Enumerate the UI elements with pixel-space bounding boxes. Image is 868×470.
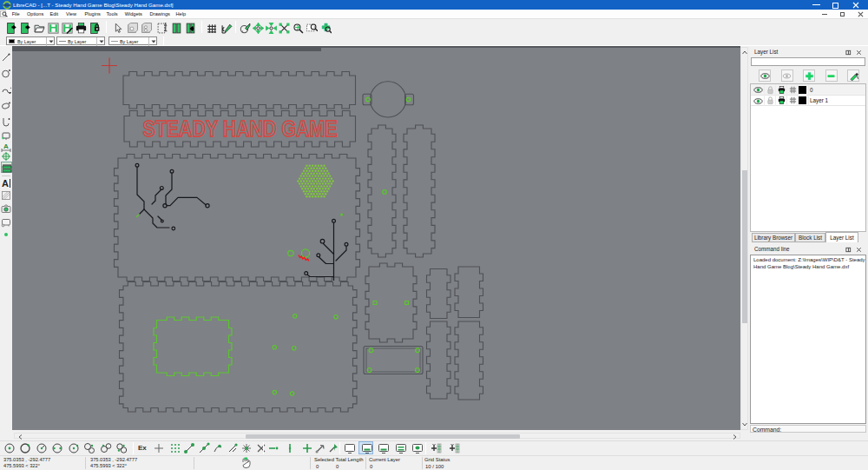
svg-text:A: A	[3, 142, 9, 150]
svg-text:A: A	[2, 178, 9, 189]
svg-text:STEADY HAND GAME: STEADY HAND GAME	[143, 116, 338, 142]
